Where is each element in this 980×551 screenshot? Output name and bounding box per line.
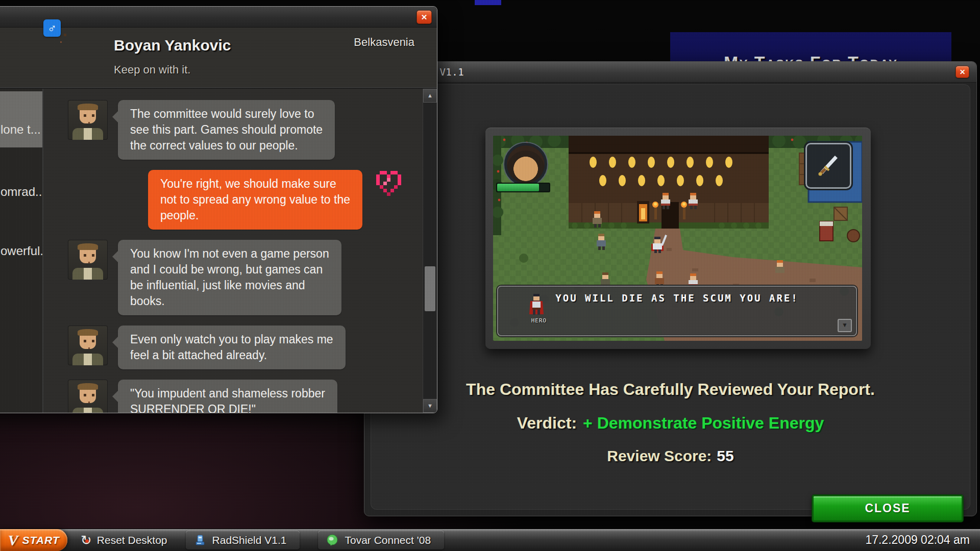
game-dialogue-box: YOU WILL DIE AS THE SCUM YOU ARE!	[497, 286, 857, 336]
score-value: 55	[717, 447, 733, 464]
message-bubble: Even only watch you to play makes me fee…	[118, 325, 346, 369]
message-list: The committee would surely love to see t…	[43, 89, 423, 413]
taskbar-item-radshield[interactable]: RadShield V1.1	[186, 531, 300, 549]
chat-bubble-icon	[326, 534, 338, 546]
pixel-heart-icon	[373, 171, 402, 197]
start-label: START	[22, 534, 59, 546]
contact-list-item[interactable]: owerful...	[0, 244, 42, 264]
taskbar-clock: 17.2.2009 02:04 am	[865, 533, 970, 547]
contact-status: Keep on with it.	[114, 63, 190, 77]
close-report-button[interactable]: CLOSE	[812, 495, 963, 522]
verdict-value: + Demonstrate Positive Energy	[583, 414, 824, 432]
chat-titlebar[interactable]: ✕	[0, 7, 437, 28]
message-bubble: You're right, we should make sure not to…	[148, 170, 362, 230]
start-v-logo: V	[8, 532, 18, 549]
chat-window: ✕ ♂ Boyan Yankovic Keep on with it. Belk…	[0, 6, 437, 413]
game-dialogue-text: YOU WILL DIE AS THE SCUM YOU ARE!	[498, 292, 856, 304]
message-bubble: You know I'm not even a game person and …	[118, 240, 341, 315]
committee-review-line: The Committee Has Carefully Reviewed You…	[371, 380, 970, 399]
scrollbar-thumb[interactable]	[425, 266, 435, 311]
contact-list-item[interactable]: lone t...	[0, 122, 42, 143]
dialogue-speaker: HERO	[528, 293, 550, 324]
reset-desktop-button[interactable]: ↻ Reset Desktop	[81, 534, 167, 546]
tovar-task-label: Tovar Connect '08	[345, 534, 431, 546]
message-bubble: The committee would surely love to see t…	[118, 100, 335, 160]
speaker-name-label: HERO	[528, 317, 550, 324]
item-slot[interactable]	[805, 143, 851, 189]
taskbar-item-tovar-connect[interactable]: Tovar Connect '08	[318, 531, 444, 549]
chat-contact-header: ♂ Boyan Yankovic Keep on with it. Belkas…	[0, 28, 437, 89]
reset-icon: ↻	[81, 534, 92, 546]
radshield-content-panel: YOU WILL DIE AS THE SCUM YOU ARE!	[371, 84, 970, 510]
verdict-line: Verdict:+ Demonstrate Positive Energy	[371, 414, 970, 433]
game-screenshot-frame: YOU WILL DIE AS THE SCUM YOU ARE!	[485, 128, 871, 349]
hero-portrait-hud	[504, 143, 547, 186]
score-label: Review Score:	[607, 447, 712, 464]
dialogue-advance-button[interactable]: ▼	[838, 319, 852, 332]
contact-message: You know I'm not even a game person and …	[68, 240, 412, 315]
contact-message: The committee would surely love to see t…	[68, 100, 412, 160]
player-message: You're right, we should make sure not to…	[68, 170, 412, 230]
message-bubble: "You impudent and shameless robber SURRE…	[118, 380, 337, 413]
contact-avatar	[68, 380, 108, 413]
hero-sprite	[528, 293, 545, 316]
radshield-titlebar[interactable]: RadShield V1.1 ✕	[364, 62, 976, 83]
desktop-blue-strip	[475, 0, 501, 5]
reset-desktop-label: Reset Desktop	[97, 534, 167, 546]
sword-icon	[816, 153, 841, 179]
desktop: My Tasks For Today RadShield V1.1 ✕	[0, 0, 980, 551]
contact-message: Even only watch you to play makes me fee…	[68, 325, 412, 369]
chat-close-icon[interactable]: ✕	[416, 10, 432, 24]
radshield-close-icon[interactable]: ✕	[955, 66, 969, 78]
verdict-label: Verdict:	[517, 414, 577, 432]
health-bar	[496, 183, 550, 192]
radshield-review-window: RadShield V1.1 ✕	[364, 61, 977, 516]
game-screenshot: YOU WILL DIE AS THE SCUM YOU ARE!	[493, 136, 862, 341]
chat-scrollbar[interactable]: ▲ ▼	[423, 89, 437, 413]
chat-body: lone t...omrad...owerful... The committe…	[0, 89, 437, 413]
contact-avatar	[68, 240, 108, 280]
contact-name: Boyan Yankovic	[114, 37, 231, 54]
contacts-sidebar: lone t...omrad...owerful...	[0, 89, 43, 413]
contact-message: "You impudent and shameless robber SURRE…	[68, 380, 412, 413]
taskbar: V START ↻ Reset Desktop RadShield V1.1	[0, 529, 980, 551]
scroll-down-icon[interactable]: ▼	[423, 399, 437, 413]
contact-avatar	[68, 325, 108, 365]
contact-list-item[interactable]: omrad...	[0, 185, 42, 205]
radshield-task-label: RadShield V1.1	[212, 534, 287, 546]
scroll-up-icon[interactable]: ▲	[423, 89, 437, 103]
start-button[interactable]: V START	[0, 529, 67, 551]
score-line: Review Score:55	[371, 447, 970, 465]
contact-avatar	[68, 100, 108, 140]
contact-location: Belkasvenia	[354, 36, 414, 49]
radshield-icon	[194, 534, 206, 546]
